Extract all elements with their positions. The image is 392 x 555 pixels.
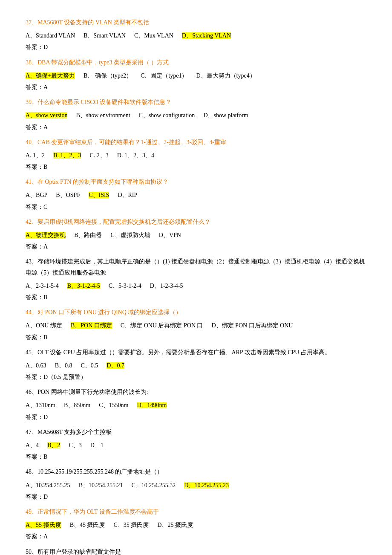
option-11-4: D、1 [90, 442, 104, 448]
question-block-9: 45、OLT 设备 CPU 占用率超过（）需要扩容。另外，需要分析是否存在广播、… [26, 347, 366, 383]
question-title-13: 49、正常情况下，华为 OLT 设备工作温度不会高于 [26, 506, 366, 517]
option-2-1: A、确保+最大努力 [26, 72, 75, 79]
answer-8: 答案：B [26, 332, 366, 343]
question-block-6: 42、要启用虚拟机网络连接，配置完虚拟交换机之后还必须配置什么？A、物理交换机B… [26, 217, 366, 252]
options-2: A、确保+最大努力B、 确保（type2）C、固定（type1）D、最大努力（t… [26, 70, 366, 81]
answer-11: 答案：B [26, 451, 366, 462]
option-6-1: A、物理交换机 [26, 232, 66, 238]
quiz-content: 37、MA5680T 设备支持的 VLAN 类型有不包括A、Standard V… [26, 17, 366, 555]
answer-12: 答案：D [26, 491, 366, 502]
option-9-1: A、0.63 [26, 362, 46, 369]
options-4: A. 1、2B. 1、2、3C. 2、3D. 1、2、3、4 [26, 150, 366, 161]
option-6-4: D、VPN [159, 232, 181, 238]
option-9-2: B、0.8 [55, 362, 72, 369]
option-10-1: A、1310nm [26, 402, 55, 408]
option-11-2: B、2 [47, 442, 60, 448]
option-12-3: C、10.254.255.32 [131, 482, 176, 489]
option-8-4: D、绑定 PON 口后再绑定 ONU [212, 322, 293, 329]
option-4-2: B. 1、2、3 [53, 152, 81, 159]
answer-10: 答案：D [26, 412, 366, 422]
option-1-4: D、Stacking VLAN [182, 32, 231, 39]
answer-13: 答案：A [26, 531, 366, 542]
option-12-4: D、10.254.255.23 [184, 482, 229, 489]
question-title-4: 40、CAB 变更评审结束后，可能的结果有？1-通过、2-挂起、3-驳回、4-重… [26, 137, 366, 147]
option-12-2: B、10.254.255.21 [79, 482, 123, 489]
option-1-2: B、Smart VLAN [84, 32, 126, 39]
options-13: A、55 摄氏度B、45 摄氏度C、35 摄氏度D、25 摄氏度 [26, 520, 366, 530]
option-6-3: C、虚拟防火墙 [110, 232, 150, 238]
option-12-1: A、10.254.255.25 [26, 482, 70, 489]
question-title-11: 47、MA5608T 支持多少个主控板 [26, 427, 366, 437]
option-13-2: B、45 摄氏度 [70, 522, 105, 528]
answer-2: 答案：A [26, 82, 366, 92]
question-title-2: 38、DBA 带宽分配模型中，type3 类型是采用（ ）方式 [26, 57, 366, 68]
question-title-9: 45、OLT 设备 CPU 占用率超过（）需要扩容。另外，需要分析是否存在广播、… [26, 347, 366, 358]
answer-5: 答案：C [26, 202, 366, 212]
question-block-4: 40、CAB 变更评审结束后，可能的结果有？1-通过、2-挂起、3-驳回、4-重… [26, 137, 366, 173]
options-9: A、0.63B、0.8C、0.5D、0.7 [26, 360, 366, 371]
question-block-11: 47、MA5608T 支持多少个主控板A、4B、2C、3D、1答案：B [26, 427, 366, 462]
option-5-2: B、OSPF [56, 192, 80, 198]
option-3-3: C、show configuration [139, 112, 195, 119]
question-block-8: 44、对 PON 口下所有 ONU 进行 QINQ 域的绑定应选择（）A、ONU… [26, 307, 366, 343]
options-12: A、10.254.255.25B、10.254.255.21C、10.254.2… [26, 480, 366, 491]
option-6-2: B、路由器 [74, 232, 102, 238]
question-block-13: 49、正常情况下，华为 OLT 设备工作温度不会高于A、55 摄氏度B、45 摄… [26, 506, 366, 542]
options-8: A、ONU 绑定B、PON 口绑定C、绑定 ONU 后再绑定 PON 口D、绑定… [26, 320, 366, 331]
question-block-5: 41、在 Optix PTN 的控制平面支持如下哪种路由协议？A、BGPB、OS… [26, 176, 366, 212]
option-2-4: D、最大努力（type4） [196, 72, 255, 79]
question-block-12: 48、10.254.255.19/255.255.255.248 的广播地址是（… [26, 466, 366, 502]
option-8-1: A、ONU 绑定 [26, 322, 62, 329]
question-block-3: 39、什么命令能显示 CISCO 设备硬件和软件版本信息？A、show vers… [26, 97, 366, 133]
option-1-1: A、Standard VLAN [26, 32, 75, 39]
option-4-4: D. 1、2、3、4 [117, 152, 154, 159]
options-7: A、2-3-1-5-4B、3-1-2-4-5C、5-3-1-2-4D、1-2-3… [26, 280, 366, 291]
option-7-3: C、5-3-1-2-4 [109, 283, 141, 289]
option-5-4: D、RIP [118, 192, 137, 198]
option-5-3: C、ISIS [89, 192, 109, 198]
options-3: A、show versionB、show environmentC、show c… [26, 110, 366, 121]
question-title-14: 50、所有用户登录的缺省配置文件是 [26, 546, 366, 555]
question-block-14: 50、所有用户登录的缺省配置文件是A、/etc/.loginB、/etc/.lo… [26, 546, 366, 555]
option-11-3: C、3 [69, 442, 81, 448]
option-10-4: D、1490nm [137, 402, 167, 408]
answer-1: 答案：D [26, 42, 366, 52]
option-13-3: C、35 摄氏度 [113, 522, 149, 528]
option-5-1: A、BGP [26, 192, 47, 198]
question-title-10: 46、PON 网络中测量下行光功率使用的波长为: [26, 387, 366, 397]
option-7-4: D、1-2-3-4-5 [150, 283, 183, 289]
option-4-3: C. 2、3 [89, 152, 108, 159]
option-10-3: C、1550nm [99, 402, 128, 408]
question-title-8: 44、对 PON 口下所有 ONU 进行 QINQ 域的绑定应选择（） [26, 307, 366, 318]
options-10: A、1310nmB、850nmC、1550nmD、1490nm [26, 400, 366, 410]
options-1: A、Standard VLANB、Smart VLANC、Mux VLAND、S… [26, 30, 366, 41]
question-block-7: 43、存储环境搭建完成后，其上电顺序正确的是（）(1) 接通硬盘框电源（2）接通… [26, 256, 366, 303]
question-title-7: 43、存储环境搭建完成后，其上电顺序正确的是（）(1) 接通硬盘框电源（2）接通… [26, 256, 366, 278]
option-10-2: B、850nm [64, 402, 90, 408]
answer-4: 答案：B [26, 162, 366, 172]
option-9-4: D、0.7 [107, 362, 124, 369]
option-3-2: B、show environment [76, 112, 130, 119]
options-6: A、物理交换机B、路由器C、虚拟防火墙D、VPN [26, 230, 366, 240]
question-title-1: 37、MA5680T 设备支持的 VLAN 类型有不包括 [26, 17, 366, 28]
options-5: A、BGPB、OSPFC、ISISD、RIP [26, 190, 366, 200]
option-13-4: D、25 摄氏度 [157, 522, 193, 528]
option-2-2: B、 确保（type2） [84, 72, 132, 79]
question-block-10: 46、PON 网络中测量下行光功率使用的波长为:A、1310nmB、850nmC… [26, 387, 366, 422]
question-title-6: 42、要启用虚拟机网络连接，配置完虚拟交换机之后还必须配置什么？ [26, 217, 366, 227]
answer-3: 答案：A [26, 122, 366, 133]
option-1-3: C、Mux VLAN [134, 32, 173, 39]
answer-7: 答案：B [26, 292, 366, 303]
answer-9: 答案：D（0.5 是预警） [26, 372, 366, 382]
question-block-1: 37、MA5680T 设备支持的 VLAN 类型有不包括A、Standard V… [26, 17, 366, 53]
option-9-3: C、0.5 [81, 362, 98, 369]
option-13-1: A、55 摄氏度 [26, 522, 61, 528]
option-2-3: C、固定（type1） [141, 72, 187, 79]
option-7-1: A、2-3-1-5-4 [26, 283, 59, 289]
question-block-2: 38、DBA 带宽分配模型中，type3 类型是采用（ ）方式A、确保+最大努力… [26, 57, 366, 93]
options-11: A、4B、2C、3D、1 [26, 440, 366, 451]
answer-6: 答案：A [26, 241, 366, 252]
question-title-3: 39、什么命令能显示 CISCO 设备硬件和软件版本信息？ [26, 97, 366, 107]
option-8-3: C、绑定 ONU 后再绑定 PON 口 [121, 322, 203, 329]
option-11-1: A、4 [26, 442, 39, 448]
